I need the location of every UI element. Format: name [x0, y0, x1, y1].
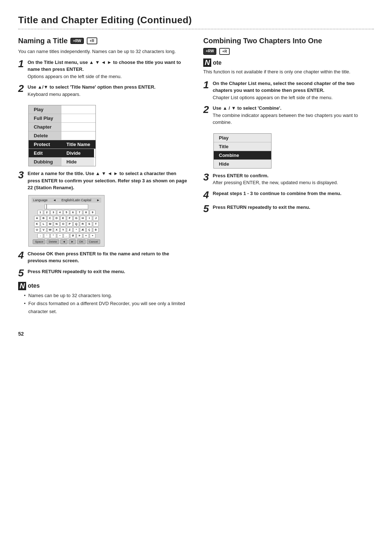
menu-row-play: Play — [29, 105, 95, 114]
kb-cursor-row — [32, 204, 101, 209]
menu-hide: Hide — [61, 158, 94, 166]
naming-title-heading: Naming a Title +RW +R — [18, 37, 189, 45]
step-2-right: 2 Use ▲ / ▼ to select 'Combine'. The com… — [203, 105, 374, 126]
note-item-2: For discs formatted on a different DVD R… — [24, 300, 189, 316]
menu-delete: Delete — [29, 131, 61, 140]
badge-rw-right: +RW — [203, 48, 216, 55]
menu-chapter: Chapter — [29, 123, 61, 131]
step-2-left: 2 Use ▲/▼ to select 'Title Name' option … — [18, 84, 189, 98]
combining-menu-box: Play Title Combine Hide — [213, 133, 271, 169]
menu-row-chapter: Chapter — [29, 123, 95, 131]
combining-badges: +RW +R — [203, 48, 374, 55]
step-4-right: 4 Repeat steps 1 - 3 to continue to comb… — [203, 190, 374, 200]
kb-row-kt: K L M N O P Q R S T — [32, 222, 101, 227]
step-3-right: 3 Press ENTER to confirm. After pressing… — [203, 172, 374, 186]
menu-play: Play — [29, 105, 61, 114]
step-5-right: 5 Press RETURN repeatedly to exit the me… — [203, 204, 374, 214]
menu-row-delete: Delete — [29, 131, 95, 140]
menu-fullplay: Full Play — [29, 114, 61, 122]
step-1-left: 1 On the Title List menu, use ▲ ▼ ◄ ► to… — [18, 59, 189, 80]
kb-header: Language ◄ English/Latin Capital ► — [32, 198, 101, 203]
kb-row-special: - ' " ~ _ Ø Þ « » — [32, 233, 101, 238]
badge-rw-left: +RW — [70, 38, 83, 44]
left-column: Naming a Title +RW +R You can name title… — [18, 37, 189, 320]
badge-r-right: +R — [219, 48, 230, 55]
note-right: N ote This function is not available if … — [203, 58, 374, 76]
kb-num-row: 1 2 3 4 5 6 7 8 9 — [32, 210, 101, 215]
step-3-left: 3 Enter a name for the title. Use ▲ ▼ ◄ … — [18, 170, 189, 191]
naming-title-text: Naming a Title — [18, 37, 68, 45]
menu-row-dubbing: Dubbing Hide — [29, 158, 95, 166]
menu-row-protect: Protect Title Name — [29, 140, 95, 149]
kb-row-aj: A B C D E F G H I J — [32, 216, 101, 221]
menu-right-title: Title — [214, 142, 271, 151]
note-right-text: This function is not available if there … — [203, 68, 374, 76]
badge-r-left: +R — [87, 37, 97, 44]
keyboard-widget: Language ◄ English/Latin Capital ► 1 2 3… — [28, 195, 105, 247]
menu-protect: Protect — [29, 140, 61, 149]
kb-row-uz: U V W X Y Z * Æ Ç Ð — [32, 227, 101, 232]
combining-heading: Combining Two Chapters Into One — [203, 37, 374, 45]
menu-edit: Edit — [29, 149, 61, 157]
step-5-left: 5 Press RETURN repeatedly to exit the me… — [18, 268, 189, 278]
menu-row-fullplay: Full Play — [29, 114, 95, 123]
notes-list-left: Names can be up to 32 characters long. F… — [24, 292, 189, 316]
menu-row-edit: Edit Divide — [29, 149, 95, 158]
page-number: 52 — [18, 331, 374, 337]
section-divider — [18, 29, 374, 29]
naming-menu-box: Play Full Play Chapter Delete Protect Ti… — [28, 105, 96, 166]
menu-right-play: Play — [214, 134, 271, 142]
combining-title-text: Combining Two Chapters Into One — [203, 37, 322, 45]
notes-left: N otes Names can be up to 32 characters … — [18, 282, 189, 316]
menu-right-combine: Combine — [214, 151, 271, 160]
step-1-right: 1 On the Chapter List menu, select the s… — [203, 80, 374, 101]
menu-dubbing: Dubbing — [29, 158, 61, 166]
menu-divide: Divide — [61, 149, 94, 157]
kb-buttons: Space Delete ◄ ► OK Cancel — [32, 239, 101, 244]
note-item-1: Names can be up to 32 characters long. — [24, 292, 189, 300]
naming-intro: You can name titles independently. Names… — [18, 48, 189, 55]
menu-right-hide: Hide — [214, 160, 271, 168]
step-4-left: 4 Choose OK then press ENTER to fix the … — [18, 250, 189, 264]
right-column: Combining Two Chapters Into One +RW +R N… — [203, 37, 374, 320]
menu-titlename: Title Name — [61, 140, 95, 149]
page-title: Title and Chapter Editing (Continued) — [18, 15, 374, 26]
